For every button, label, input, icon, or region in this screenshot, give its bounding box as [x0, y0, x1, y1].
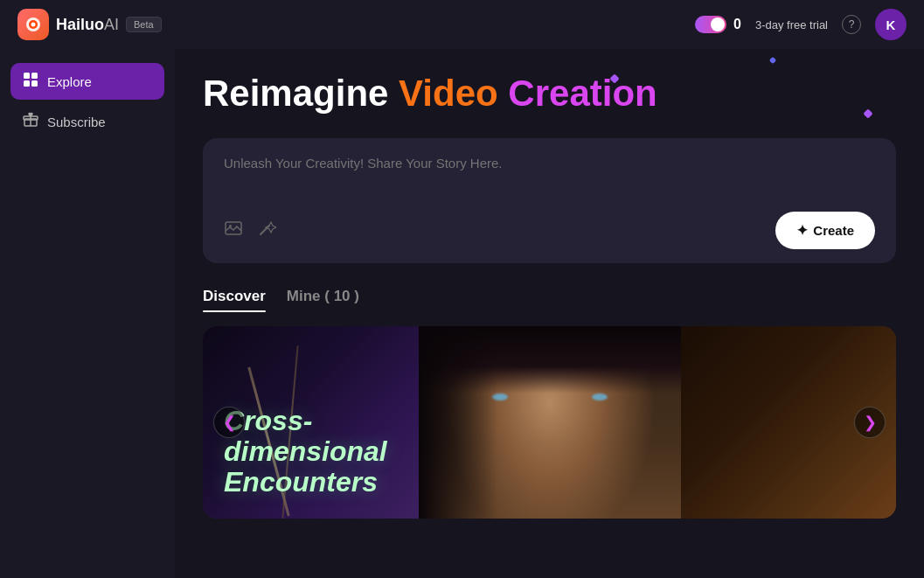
- credits-count: 0: [733, 17, 741, 32]
- beta-badge: Beta: [126, 17, 162, 32]
- hero-title: Reimagine Video Creation: [203, 73, 896, 114]
- svg-rect-3: [24, 73, 30, 79]
- logo-text: HailuoAI: [56, 16, 119, 34]
- input-icons: [224, 219, 276, 242]
- header-right: 0 3-day free trial ? K: [695, 9, 907, 40]
- create-star: ✦: [796, 222, 808, 239]
- prompt-textarea[interactable]: [224, 156, 875, 198]
- banner-left-text: Cross- dimensional Encounters: [224, 406, 387, 498]
- grid-icon: [23, 72, 38, 91]
- avatar[interactable]: K: [875, 9, 907, 40]
- svg-line-12: [261, 226, 269, 234]
- tab-discover[interactable]: Discover: [203, 288, 266, 312]
- hero-word-creation: Creation: [508, 73, 657, 114]
- svg-point-2: [31, 23, 36, 27]
- banner-carousel: Cross- dimensional Encounters AI Vi: [203, 326, 896, 519]
- svg-rect-5: [24, 80, 30, 87]
- deco-dot-2: [769, 57, 776, 64]
- layout: Explore Subscribe Reimagine Vi: [0, 49, 924, 578]
- banner-arrow-left[interactable]: ❮: [213, 407, 245, 438]
- logo-icon: [17, 9, 49, 40]
- tab-mine[interactable]: Mine ( 10 ): [287, 288, 359, 312]
- magic-wand-icon[interactable]: [257, 219, 276, 242]
- prompt-input-box: ✦ Create: [203, 138, 896, 263]
- toggle-icon[interactable]: [695, 16, 726, 33]
- svg-rect-6: [31, 80, 38, 87]
- content-tabs: Discover Mine ( 10 ): [203, 288, 896, 312]
- create-label: Create: [813, 223, 854, 238]
- hero-word-reimagine: Reimagine: [203, 73, 388, 114]
- hero-word-video: Video: [399, 73, 498, 114]
- create-button[interactable]: ✦ Create: [775, 212, 875, 249]
- help-icon[interactable]: ?: [842, 15, 861, 34]
- main-content: Reimagine Video Creation: [175, 49, 924, 578]
- sidebar-item-explore-label: Explore: [47, 74, 92, 89]
- sidebar-item-explore[interactable]: Explore: [10, 63, 164, 100]
- sidebar-item-subscribe[interactable]: Subscribe: [10, 103, 164, 140]
- input-actions: ✦ Create: [224, 212, 875, 249]
- trial-text: 3-day free trial: [755, 18, 828, 31]
- credits-area: 0: [695, 16, 741, 33]
- svg-rect-4: [31, 73, 38, 79]
- banner-portrait: [419, 326, 681, 519]
- logo-area: HailuoAI Beta: [17, 9, 162, 40]
- banner-arrow-right[interactable]: ❯: [854, 407, 886, 438]
- gift-icon: [23, 112, 38, 131]
- sidebar-item-subscribe-label: Subscribe: [47, 115, 106, 129]
- sidebar: Explore Subscribe: [0, 49, 175, 578]
- header: HailuoAI Beta 0 3-day free trial ? K: [0, 0, 924, 49]
- image-upload-icon[interactable]: [224, 219, 243, 242]
- banner-inner: Cross- dimensional Encounters AI Vi: [203, 326, 896, 519]
